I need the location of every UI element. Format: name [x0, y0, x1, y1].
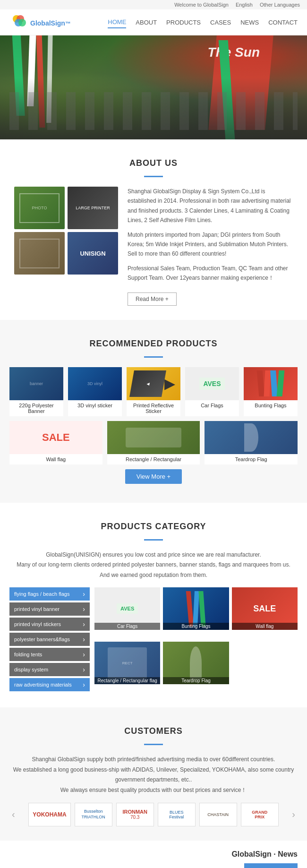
nav-cases[interactable]: CASES — [210, 17, 231, 28]
category-left: flying flags / beach flags › printed vin… — [9, 587, 90, 693]
cat-item-tents[interactable]: folding tents › — [9, 648, 90, 661]
products-grid-top: banner 220g Polyester Banner 3D vinyl 3D… — [9, 367, 298, 416]
logos-row: YOKOHAMA BusseltonTRIATHLON IRONMAN 70.3… — [22, 803, 285, 826]
about-images: PHOTO LARGE PRINTER UNISIGN — [14, 187, 118, 275]
category-desc: GlobalSign(UNISIGN) ensures you low cost… — [9, 550, 298, 581]
logo-busselton[interactable]: BusseltonTRIATHLON — [75, 803, 112, 826]
about-p3: Professional Sales Team, Production Team… — [128, 264, 293, 283]
hero-banner: The Sun — [0, 35, 307, 139]
cat-item-vinyl[interactable]: printed vinyl banner › — [9, 602, 90, 616]
cat-item-flags[interactable]: polyester banners&flags › — [9, 633, 90, 646]
product-card-3[interactable]: ◀ Printed Reflective Sticker — [127, 367, 180, 416]
nav-news[interactable]: NEWS — [240, 17, 259, 28]
cat-item-flying[interactable]: flying flags / beach flags › — [9, 587, 90, 601]
main-nav: HOME ABOUT PRODUCTS CASES NEWS CONTACT — [108, 17, 298, 28]
cat-arrow-polyester: › — [83, 620, 85, 628]
about-p1: Shanghai GlobalSign Display & Sign Syste… — [128, 187, 293, 225]
cat-product-wall[interactable]: SALE Wall flag — [232, 587, 298, 630]
nav-contact[interactable]: CONTACT — [268, 17, 298, 28]
category-desc-3: And we earned good reputation from them. — [9, 570, 298, 581]
cat-product-car[interactable]: AVES Car Flags — [94, 587, 160, 630]
customers-title: CUSTOMERS — [9, 712, 298, 741]
about-content: PHOTO LARGE PRINTER UNISIGN Sh — [14, 187, 293, 306]
recommended-divider — [144, 356, 163, 358]
customers-desc-1: Shanghai GlobalSign supply both printed/… — [9, 755, 298, 765]
product-label-2: 3D vinyl sticker — [68, 400, 122, 411]
customers-desc-3: We always ensure best quality products w… — [9, 785, 298, 796]
product-card-1[interactable]: banner 220g Polyester Banner — [9, 367, 63, 416]
nav-home[interactable]: HOME — [108, 17, 126, 28]
logo-blues[interactable]: BLUESFestival — [158, 803, 196, 826]
cat-product-bunting[interactable]: Bunting Flags — [163, 587, 229, 630]
read-more-button[interactable]: Read More + — [128, 292, 177, 306]
product-card-4[interactable]: AVES Car Flags — [185, 367, 239, 416]
slider-prev[interactable]: ‹ — [9, 807, 17, 822]
slider-next[interactable]: › — [290, 807, 298, 822]
category-title: PRODUCTS CATEGORY — [9, 507, 298, 536]
welcome-text: Welcome to GlobalSign — [174, 2, 229, 8]
product-label-7: Rectangle / Rectangular — [107, 454, 200, 464]
cat-arrow-flying: › — [83, 590, 85, 598]
logo-ironman[interactable]: IRONMAN 70.3 — [116, 803, 154, 826]
news-read-more-button[interactable]: READ MORE — [244, 863, 298, 868]
product-card-2[interactable]: 3D vinyl 3D vinyl sticker — [68, 367, 122, 416]
product-card-6[interactable]: SALE Wall flag — [9, 421, 102, 464]
customers-divider — [144, 744, 163, 745]
cat-product-teardrop[interactable]: Teardrop Flag — [163, 642, 229, 684]
products-section: RECOMMENDED PRODUCTS banner 220g Polyest… — [0, 320, 307, 503]
logo-icon — [9, 13, 27, 31]
product-img-7 — [107, 421, 200, 454]
product-img-4: AVES — [185, 367, 239, 400]
customers-section: CUSTOMERS Shanghai GlobalSign supply bot… — [0, 707, 307, 840]
lang-english[interactable]: English — [236, 2, 253, 8]
cat-arrow-tents: › — [83, 651, 85, 658]
logo-grandprix[interactable]: GRANDPRIX — [241, 803, 279, 826]
product-card-5[interactable]: Bunting Flags — [244, 367, 298, 416]
product-label-3: Printed Reflective Sticker — [127, 400, 180, 416]
about-img-2: LARGE PRINTER — [68, 187, 118, 229]
about-title: ABOUT US — [14, 144, 293, 173]
product-img-6: SALE — [9, 421, 102, 454]
cat-arrow-vinyl: › — [83, 605, 85, 613]
product-label-5: Bunting Flags — [244, 400, 298, 411]
about-img-4: UNISIGN — [68, 232, 118, 275]
top-bar: Welcome to GlobalSign English Other Lang… — [0, 0, 307, 9]
news-title: GlobalSign · News — [9, 850, 298, 859]
hero-sun-text: The Sun — [208, 45, 260, 60]
category-desc-1: GlobalSign(UNISIGN) ensures you low cost… — [9, 550, 298, 560]
header: GlobalSign™ HOME ABOUT PRODUCTS CASES NE… — [0, 9, 307, 35]
logo-chastain[interactable]: CHASTAIN — [199, 803, 237, 826]
logo-text: GlobalSign™ — [30, 17, 71, 28]
cat-prod-label-rect: Rectangle / Rectangular flag — [94, 677, 160, 684]
products-grid-bottom: SALE Wall flag Rectangle / Rectangular T… — [9, 421, 298, 464]
lang-other[interactable]: Other Languages — [260, 2, 300, 8]
cat-product-rect[interactable]: RECT Rectangle / Rectangular flag — [94, 642, 160, 684]
category-section: PRODUCTS CATEGORY GlobalSign(UNISIGN) en… — [0, 503, 307, 708]
product-card-8[interactable]: Teardrop Flag — [205, 421, 298, 464]
customers-desc-2: We established a long good business-ship… — [9, 765, 298, 785]
product-label-1: 220g Polyester Banner — [9, 400, 63, 416]
cat-arrow-flags: › — [83, 636, 85, 643]
nav-products[interactable]: PRODUCTS — [166, 17, 201, 28]
category-right: AVES Car Flags Bunting Flags SALE Wall f… — [94, 587, 298, 693]
cat-arrow-raw: › — [83, 681, 85, 688]
svg-point-3 — [18, 19, 26, 26]
about-img-1: PHOTO — [14, 187, 65, 229]
logo-yokohama[interactable]: YOKOHAMA — [28, 803, 70, 826]
cat-item-raw[interactable]: raw advertising materials › — [9, 678, 90, 691]
product-label-6: Wall flag — [9, 454, 102, 464]
category-list: flying flags / beach flags › printed vin… — [9, 587, 90, 691]
cat-arrow-display: › — [83, 666, 85, 673]
product-card-7[interactable]: Rectangle / Rectangular — [107, 421, 200, 464]
news-section: GlobalSign · News READ MORE — [0, 841, 307, 868]
cat-item-polyester[interactable]: printed vinyl stickers › — [9, 618, 90, 631]
product-img-1: banner — [9, 367, 63, 400]
logo[interactable]: GlobalSign™ — [9, 13, 71, 31]
about-section: ABOUT US PHOTO LARGE PRINTER — [0, 139, 307, 320]
view-more-button[interactable]: View More + — [125, 469, 182, 484]
cat-item-display[interactable]: display system › — [9, 663, 90, 676]
cat-prod-label-teardrop: Teardrop Flag — [163, 677, 229, 684]
cat-prod-label-car: Car Flags — [94, 623, 160, 630]
nav-about[interactable]: ABOUT — [136, 17, 157, 28]
sale-label: SALE — [9, 421, 102, 454]
